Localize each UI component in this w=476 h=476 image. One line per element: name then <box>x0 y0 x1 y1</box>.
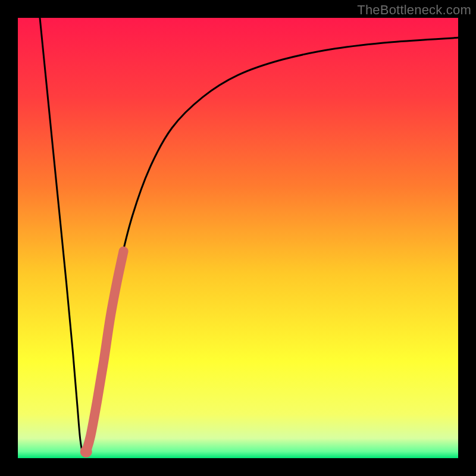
bottleneck-curve <box>18 18 458 458</box>
chart-frame: TheBottleneck.com <box>0 0 476 476</box>
highlight-segment <box>86 251 124 452</box>
plot-area <box>18 18 458 458</box>
watermark-label: TheBottleneck.com <box>357 2 471 18</box>
highlight-end-dot <box>80 446 92 458</box>
